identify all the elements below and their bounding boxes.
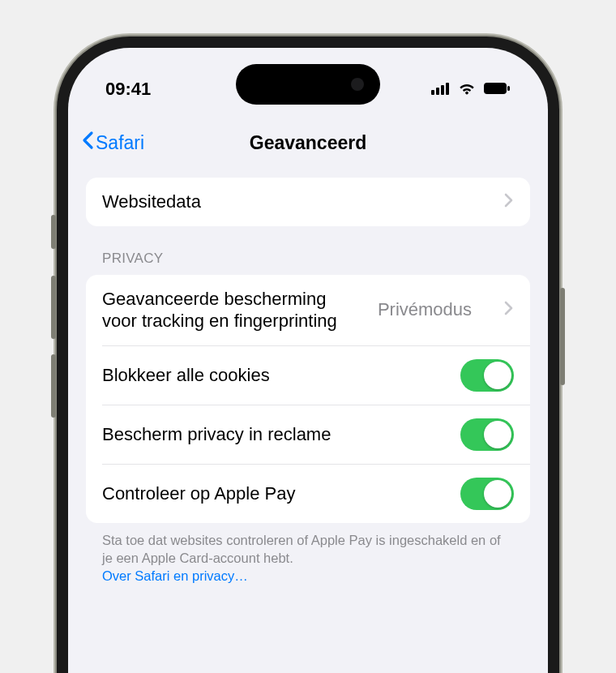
iphone-frame: 09:41 Safari Geavanceerd xyxy=(57,36,559,673)
websitedata-group: Websitedata xyxy=(86,178,530,226)
block-cookies-toggle[interactable] xyxy=(460,359,514,392)
dynamic-island xyxy=(236,64,380,105)
chevron-left-icon xyxy=(81,131,94,155)
volume-down-button xyxy=(51,354,56,418)
ad-privacy-row: Bescherm privacy in reclame xyxy=(102,405,530,464)
privacy-footer: Sta toe dat websites controleren of Appl… xyxy=(86,523,530,585)
svg-rect-5 xyxy=(507,86,510,91)
tracking-protection-value: Privémodus xyxy=(378,299,472,320)
side-button xyxy=(51,215,56,249)
apple-pay-label: Controleer op Apple Pay xyxy=(102,482,296,505)
wifi-icon xyxy=(457,79,477,100)
cellular-icon xyxy=(431,79,451,100)
chevron-right-icon xyxy=(504,301,514,319)
nav-bar: Safari Geavanceerd xyxy=(68,122,548,163)
apple-pay-toggle[interactable] xyxy=(460,478,514,510)
battery-icon xyxy=(483,79,511,100)
svg-rect-2 xyxy=(441,85,444,95)
privacy-header: PRIVACY xyxy=(86,226,530,275)
chevron-right-icon xyxy=(504,193,514,211)
screen: 09:41 Safari Geavanceerd xyxy=(68,48,548,673)
privacy-link[interactable]: Over Safari en privacy… xyxy=(102,568,248,583)
ad-privacy-label: Bescherm privacy in reclame xyxy=(102,423,331,446)
ad-privacy-toggle[interactable] xyxy=(460,418,514,451)
page-title: Geavanceerd xyxy=(250,132,366,154)
svg-rect-4 xyxy=(484,83,507,94)
tracking-protection-row[interactable]: Geavanceerde bescherming voor tracking e… xyxy=(86,275,530,345)
volume-up-button xyxy=(51,276,56,339)
svg-rect-1 xyxy=(436,88,439,95)
block-cookies-row: Blokkeer alle cookies xyxy=(102,345,530,405)
svg-rect-0 xyxy=(431,90,434,95)
apple-pay-row: Controleer op Apple Pay xyxy=(102,464,530,523)
privacy-group: Geavanceerde bescherming voor tracking e… xyxy=(86,275,530,523)
status-time: 09:41 xyxy=(105,79,151,100)
back-label: Safari xyxy=(96,132,144,154)
block-cookies-label: Blokkeer alle cookies xyxy=(102,364,270,387)
power-button xyxy=(560,288,565,385)
back-button[interactable]: Safari xyxy=(81,131,144,155)
tracking-protection-label: Geavanceerde bescherming voor tracking e… xyxy=(102,288,345,332)
websitedata-row[interactable]: Websitedata xyxy=(86,178,530,226)
privacy-footer-text: Sta toe dat websites controleren of Appl… xyxy=(102,533,501,565)
websitedata-label: Websitedata xyxy=(102,191,201,213)
svg-rect-3 xyxy=(446,83,449,95)
